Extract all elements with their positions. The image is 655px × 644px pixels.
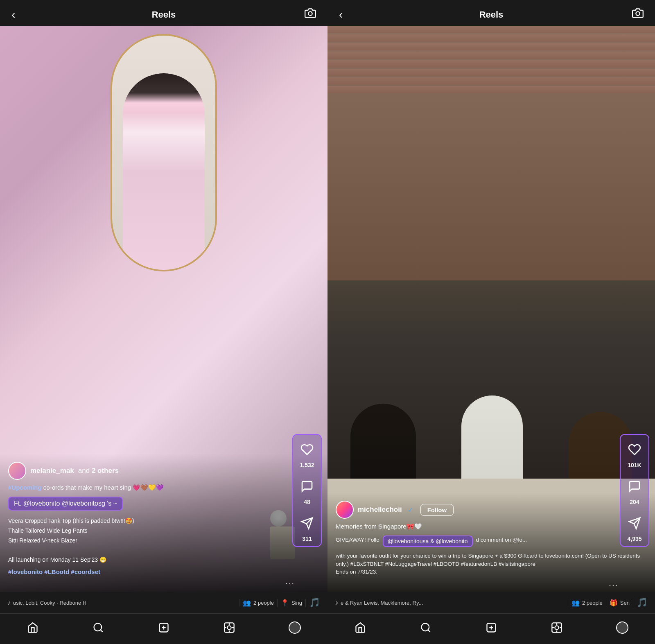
username-right[interactable]: michellechoii [358,506,402,514]
music-icon-right: ♪ [335,599,338,606]
svg-line-4 [100,630,102,632]
user-info-left: melanie_mak and 2 others [8,462,319,480]
product-item-1: Veera Cropped Tank Top (this is padded b… [8,516,319,526]
share-button-right[interactable] [624,513,645,534]
top-bar-right: ‹ Reels [328,0,655,26]
camera-icon-left[interactable] [300,7,316,22]
like-group-right: 101K [624,439,645,468]
share-button-left[interactable] [296,513,318,534]
caption-left: #Upcoming co-ords that make my heart sin… [8,483,319,492]
comment-group-left: 48 [296,476,318,505]
caption-text-left: co-ords that make my heart sing 💗🤎💛💜 [43,484,164,491]
giveaway-prefix: GIVEAWAY! Follo [336,536,379,544]
product-item-2: Thalie Tailored Wide Leg Pants [8,526,319,536]
comment-count-left: 48 [304,499,310,505]
caption-hashtag-left: #Upcoming [8,484,42,491]
verified-icon-right: ✓ [408,506,413,514]
back-button-left[interactable]: ‹ [11,8,28,21]
video-area-left: melanie_mak and 2 others #Upcoming co-or… [0,26,328,592]
username-left[interactable]: melanie_mak [30,467,74,475]
dots-menu-left[interactable]: ... [8,577,319,586]
caption-right: Memories from Singapore🎀🤍 [336,522,647,531]
comment-group-right: 204 [624,476,645,505]
nav-profile-left[interactable] [282,619,307,636]
dots-menu-right[interactable]: ... [336,578,647,588]
nav-add-left[interactable] [151,619,176,636]
nav-add-right[interactable] [479,619,504,636]
gift-info-right: 🎁 Sen [606,599,633,607]
product-item-5: All launching on Monday 11 Sep'23 😁 [8,555,319,565]
highlight-box-right: @lovebonitousa & @lovebonito [383,536,473,547]
left-phone: ‹ Reels melanie_mak a [0,0,328,644]
nav-search-right[interactable] [413,619,438,636]
like-count-right: 101K [628,462,641,468]
product-list-left: Veera Cropped Tank Top (this is padded b… [8,516,319,565]
nav-search-left[interactable] [86,619,111,636]
svg-point-14 [636,12,639,16]
nav-reels-right[interactable] [544,619,569,636]
svg-point-9 [227,626,231,629]
giveaway-row: GIVEAWAY! Follo @lovebonitousa & @lovebo… [336,533,647,549]
location-text-left: Sing [291,600,302,606]
people-icon-right: 👥 [571,599,580,607]
avatar-right [336,501,354,519]
like-count-left: 1,532 [300,462,314,468]
svg-point-3 [94,624,102,631]
comment-button-left[interactable] [296,476,318,497]
svg-point-17 [422,624,429,631]
action-buttons-left: 1,532 48 311 [292,434,322,547]
camera-icon-right[interactable] [627,7,644,22]
nav-home-right[interactable] [348,619,373,636]
product-item-4 [8,545,319,555]
like-button-right[interactable] [624,439,645,460]
bottom-info-bar-left: ♪ usic, Lobit, Cooky · Redbone H 👥 2 peo… [0,592,328,613]
avatar-left [8,462,26,480]
gift-icon-right: 🎁 [610,599,618,607]
music-icon-wrap-left: 🎵 [306,597,323,608]
svg-line-18 [428,630,430,632]
gift-text-right: Sen [620,600,630,606]
action-buttons-right: 101K 204 4,935 [620,434,649,547]
share-group-right: 4,935 [624,513,645,542]
share-group-left: 311 [296,513,318,542]
music-badge-right: 🎵 [633,597,651,608]
people-info-right: 👥 2 people [568,599,606,607]
highlight-box-left: Ft. @lovebonito @lovebonitosg 's ~ [8,497,123,511]
like-button-left[interactable] [296,439,318,460]
share-count-left: 311 [302,536,312,542]
nav-reels-left[interactable] [217,619,242,636]
music-icon-left: ♪ [7,599,11,606]
music-text-right: e & Ryan Lewis, Macklemore, Ry... [341,600,423,606]
profile-circle-left [289,621,301,634]
profile-circle-right [616,621,628,634]
long-caption-right: with your favorite outfit for your chanc… [336,552,647,576]
header-title-left: Reels [152,9,176,20]
hashtag-row-left: #lovebonito #LBootd #coordset [8,568,319,575]
people-icon-left: 👥 [243,599,251,607]
product-item-3: Sitti Relaxed V-neck Blazer [8,536,319,546]
location-icon-left: 📍 [281,599,289,607]
video-area-right: michellechoii ✓ Follow Memories from Sin… [328,26,655,592]
user-info-right: michellechoii ✓ Follow [336,501,647,519]
bottom-overlay-left: melanie_mak and 2 others #Upcoming co-or… [0,454,328,592]
back-button-right[interactable]: ‹ [339,8,355,21]
bottom-nav-right [328,613,655,644]
people-info-left: 👥 2 people [239,599,278,607]
svg-point-0 [308,12,312,16]
bottom-nav-left [0,613,328,644]
like-group-left: 1,532 [296,439,318,468]
person-in-mirror [123,73,205,270]
nav-profile-right[interactable] [610,619,635,636]
mirror-prop [111,34,217,271]
comment-button-right[interactable] [624,476,645,497]
comment-count-right: 204 [630,499,639,505]
and-others-left: and 2 others [78,467,119,475]
music-info-left: ♪ usic, Lobit, Cooky · Redbone H [4,599,239,606]
svg-point-23 [555,626,558,629]
music-info-right: ♪ e & Ryan Lewis, Macklemore, Ry... [332,599,568,606]
follow-button-right[interactable]: Follow [420,504,454,516]
top-bar-left: ‹ Reels [0,0,328,26]
giveaway-suffix: d comment on @lo... [476,536,527,544]
bottom-overlay-right: michellechoii ✓ Follow Memories from Sin… [328,493,655,592]
nav-home-left[interactable] [20,619,45,636]
